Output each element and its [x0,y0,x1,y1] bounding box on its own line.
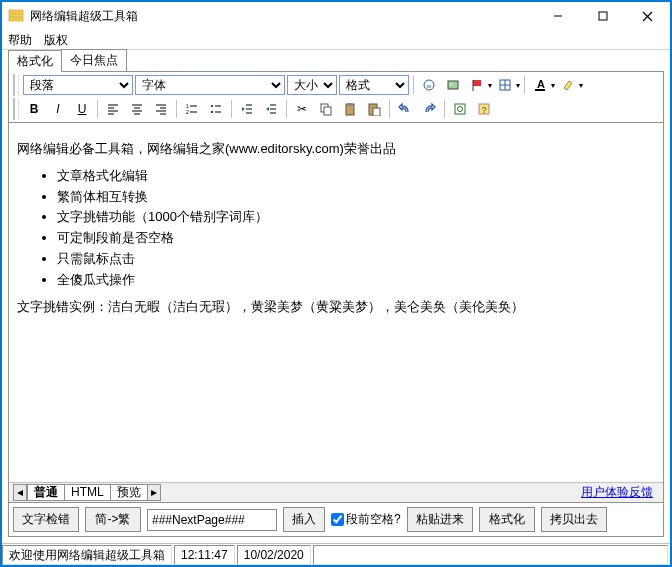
check-text-button[interactable]: 文字检错 [13,507,79,532]
indent-icon[interactable] [260,98,282,120]
align-center-icon[interactable] [126,98,148,120]
editor-content[interactable]: 网络编辑必备工具箱，网络编辑之家(www.editorsky.com)荣誉出品 … [9,123,663,482]
help-icon[interactable]: ? [473,98,495,120]
toolbar: 段落 字体 大小 格式 w ▾ ▾ A ▾ ▾ B I [8,72,664,123]
maximize-button[interactable] [580,2,625,30]
paragraph-select[interactable]: 段落 [23,75,133,95]
space-before-checkbox[interactable] [331,513,344,526]
list-item: 只需鼠标点击 [57,249,655,270]
align-right-icon[interactable] [150,98,172,120]
dropdown-arrow-icon[interactable]: ▾ [516,81,520,90]
image-icon[interactable] [442,74,464,96]
toolbar-handle[interactable] [13,74,19,96]
svg-rect-0 [9,10,23,13]
space-before-checkbox-wrap: 段前空格? [331,511,401,528]
outdent-icon[interactable] [236,98,258,120]
svg-point-51 [458,107,463,112]
size-select[interactable]: 大小 [287,75,337,95]
list-item: 繁简体相互转换 [57,187,655,208]
svg-rect-1 [9,14,23,17]
insert-button[interactable]: 插入 [283,507,325,532]
underline-icon[interactable]: U [71,98,93,120]
font-select[interactable]: 字体 [135,75,285,95]
svg-rect-45 [324,107,331,115]
svg-point-34 [211,105,213,107]
dropdown-arrow-icon[interactable]: ▾ [551,81,555,90]
font-color-icon[interactable]: A [529,74,551,96]
svg-point-35 [211,111,213,113]
feedback-link[interactable]: 用户体验反馈 [581,484,659,501]
svg-rect-49 [373,108,380,116]
svg-point-10 [450,83,452,85]
align-left-icon[interactable] [102,98,124,120]
undo-icon[interactable] [394,98,416,120]
tab-nav-prev[interactable]: ◂ [13,484,27,501]
svg-rect-4 [599,12,607,20]
italic-icon[interactable]: I [47,98,69,120]
bold-icon[interactable]: B [23,98,45,120]
list-item: 文章格式化编辑 [57,166,655,187]
status-date: 10/02/2020 [237,545,311,565]
svg-rect-17 [535,89,545,91]
format-select[interactable]: 格式 [339,75,409,95]
svg-text:w: w [426,83,432,89]
action-bar: 文字检错 简->繁 插入 段前空格? 粘贴进来 格式化 拷贝出去 [8,503,664,537]
app-icon [8,8,24,24]
toolbar-handle[interactable] [13,98,19,120]
tab-today-focus[interactable]: 今日焦点 [61,49,127,71]
menu-help[interactable]: 帮助 [8,32,32,47]
dropdown-arrow-icon[interactable]: ▾ [488,81,492,90]
svg-text:A: A [537,78,545,90]
web-icon[interactable]: w [418,74,440,96]
minimize-button[interactable] [535,2,580,30]
format-button[interactable]: 格式化 [479,507,535,532]
svg-text:?: ? [481,105,486,115]
copy-icon[interactable] [315,98,337,120]
tab-html[interactable]: HTML [64,484,111,501]
list-item: 文字挑错功能（1000个错别字词库） [57,207,655,228]
status-spacer [313,545,668,565]
tab-preview[interactable]: 预览 [110,484,148,501]
svg-text:2: 2 [186,109,189,115]
main-tabs: 格式化 今日焦点 [8,52,664,72]
tab-normal[interactable]: 普通 [27,484,65,501]
svg-rect-47 [348,103,352,106]
copy-out-button[interactable]: 拷贝出去 [541,507,607,532]
menu-copyright[interactable]: 版权 [44,32,68,47]
status-welcome: 欢迎使用网络编辑超级工具箱 [2,545,172,565]
svg-rect-2 [9,18,23,21]
list-item: 可定制段前是否空格 [57,228,655,249]
close-button[interactable] [625,2,670,30]
feature-list: 文章格式化编辑 繁简体相互转换 文字挑错功能（1000个错别字词库） 可定制段前… [57,166,655,291]
statusbar: 欢迎使用网络编辑超级工具箱 12:11:47 10/02/2020 [2,543,670,565]
flag-icon[interactable] [466,74,488,96]
nextpage-input[interactable] [147,509,277,531]
space-before-label: 段前空格? [346,511,401,528]
menubar: 帮助 版权 [2,30,670,50]
editor-intro: 网络编辑必备工具箱，网络编辑之家(www.editorsky.com)荣誉出品 [17,139,655,160]
list-item: 全傻瓜式操作 [57,270,655,291]
find-icon[interactable] [449,98,471,120]
svg-rect-9 [448,81,458,89]
unordered-list-icon[interactable] [205,98,227,120]
ordered-list-icon[interactable]: 12 [181,98,203,120]
dropdown-arrow-icon[interactable]: ▾ [579,81,583,90]
svg-rect-50 [455,104,465,114]
table-icon[interactable] [494,74,516,96]
titlebar: 网络编辑超级工具箱 [2,2,670,30]
paste-text-icon[interactable] [363,98,385,120]
main-window: 网络编辑超级工具箱 帮助 版权 格式化 今日焦点 段落 字体 大小 格式 w [0,0,672,567]
tab-nav-next[interactable]: ▸ [147,484,161,501]
redo-icon[interactable] [418,98,440,120]
tab-format[interactable]: 格式化 [8,50,62,72]
simp-to-trad-button[interactable]: 简->繁 [85,507,141,532]
view-tabs: ◂ 普通 HTML 预览 ▸ 用户体验反馈 [9,482,663,502]
cut-icon[interactable]: ✂ [291,98,313,120]
window-title: 网络编辑超级工具箱 [30,8,535,25]
paste-icon[interactable] [339,98,361,120]
paste-in-button[interactable]: 粘贴进来 [407,507,473,532]
editor-area: 网络编辑必备工具箱，网络编辑之家(www.editorsky.com)荣誉出品 … [8,123,664,503]
svg-rect-11 [473,80,481,86]
editor-example: 文字挑错实例：洁白无暇（洁白无瑕），黄梁美梦（黄粱美梦），美仑美奂（美伦美奂） [17,297,655,318]
highlight-icon[interactable] [557,74,579,96]
